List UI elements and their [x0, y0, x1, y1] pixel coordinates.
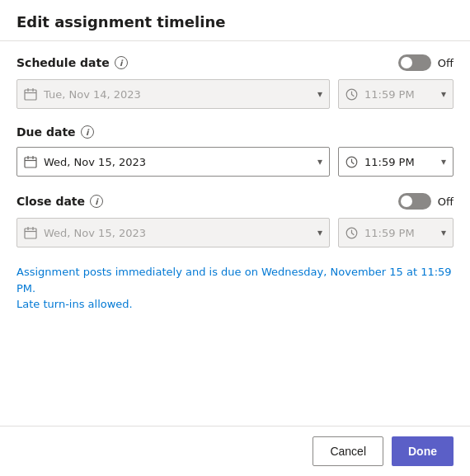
schedule-time-clock-icon	[345, 88, 358, 101]
status-message: Assignment posts immediately and is due …	[16, 264, 454, 313]
schedule-date-section: Schedule date i Off	[16, 54, 454, 109]
dialog-body: Schedule date i Off	[0, 41, 470, 426]
edit-assignment-timeline-dialog: Edit assignment timeline Schedule date i…	[0, 0, 470, 476]
due-time-clock-icon	[345, 156, 358, 168]
schedule-time-picker[interactable]: 11:59 PM ▾	[338, 79, 454, 109]
close-date-toggle-track	[398, 193, 431, 210]
close-date-toggle-row: Off	[398, 193, 454, 210]
schedule-date-calendar-icon	[24, 87, 37, 101]
svg-rect-14	[25, 229, 36, 238]
due-date-label-row: Due date i	[16, 125, 94, 139]
schedule-date-label: Schedule date	[16, 56, 110, 69]
svg-line-6	[352, 94, 355, 96]
schedule-date-toggle-track	[398, 54, 431, 71]
due-date-calendar-icon	[24, 155, 37, 168]
due-time-chevron-icon: ▾	[441, 156, 446, 167]
close-date-picker[interactable]: Wed, Nov 15, 2023 ▾	[16, 218, 330, 247]
schedule-date-info-icon[interactable]: i	[115, 56, 128, 69]
close-time-picker[interactable]: 11:59 PM ▾	[338, 218, 454, 247]
done-button[interactable]: Done	[392, 436, 454, 466]
schedule-date-toggle-label: Off	[438, 57, 454, 69]
schedule-date-input-row: Tue, Nov 14, 2023 ▾ 11:59 PM ▾	[16, 79, 454, 109]
due-time-value: 11:59 PM	[364, 156, 435, 168]
due-date-value: Wed, Nov 15, 2023	[44, 156, 311, 168]
schedule-time-chevron-icon: ▾	[441, 88, 446, 100]
schedule-date-value: Tue, Nov 14, 2023	[44, 88, 311, 101]
close-time-value: 11:59 PM	[364, 227, 435, 239]
schedule-date-picker[interactable]: Tue, Nov 14, 2023 ▾	[16, 79, 330, 109]
close-date-toggle[interactable]	[398, 193, 431, 210]
cancel-button[interactable]: Cancel	[313, 436, 383, 466]
schedule-date-chevron-icon: ▾	[317, 88, 322, 100]
close-time-chevron-icon: ▾	[441, 227, 446, 238]
close-time-clock-icon	[345, 227, 358, 239]
schedule-date-header: Schedule date i Off	[16, 54, 454, 71]
dialog-header: Edit assignment timeline	[0, 0, 470, 41]
schedule-date-toggle-thumb	[401, 57, 412, 68]
svg-line-20	[352, 233, 355, 234]
close-date-input-row: Wed, Nov 15, 2023 ▾ 11:59 PM ▾	[16, 218, 454, 247]
close-date-calendar-icon	[24, 226, 37, 239]
due-date-section: Due date i Wed, Nov 15, 2023 ▾	[16, 125, 454, 177]
close-date-value: Wed, Nov 15, 2023	[44, 227, 311, 239]
close-date-label-row: Close date i	[16, 195, 103, 208]
close-date-label: Close date	[16, 195, 85, 208]
due-time-picker[interactable]: 11:59 PM ▾	[338, 147, 454, 177]
status-message-text: Assignment posts immediately and is due …	[16, 266, 452, 310]
svg-rect-7	[25, 158, 36, 167]
close-date-info-icon[interactable]: i	[90, 195, 103, 208]
close-date-header: Close date i Off	[16, 193, 454, 210]
due-date-info-icon[interactable]: i	[81, 125, 94, 139]
due-date-label: Due date	[16, 125, 76, 139]
dialog-title: Edit assignment timeline	[16, 13, 454, 31]
due-date-input-row: Wed, Nov 15, 2023 ▾ 11:59 PM ▾	[16, 147, 454, 177]
schedule-date-toggle[interactable]	[398, 54, 431, 71]
due-date-header: Due date i	[16, 125, 454, 139]
close-date-toggle-label: Off	[438, 196, 454, 208]
schedule-date-toggle-row: Off	[398, 54, 454, 71]
close-date-chevron-icon: ▾	[317, 227, 322, 238]
due-date-chevron-icon: ▾	[317, 156, 322, 167]
svg-rect-0	[25, 90, 36, 100]
close-date-toggle-thumb	[401, 196, 412, 207]
close-date-section: Close date i Off	[16, 193, 454, 247]
due-date-picker[interactable]: Wed, Nov 15, 2023 ▾	[16, 147, 330, 177]
dialog-footer: Cancel Done	[0, 426, 470, 476]
schedule-time-value: 11:59 PM	[364, 88, 435, 101]
schedule-date-label-row: Schedule date i	[16, 56, 128, 69]
svg-line-13	[352, 162, 355, 163]
